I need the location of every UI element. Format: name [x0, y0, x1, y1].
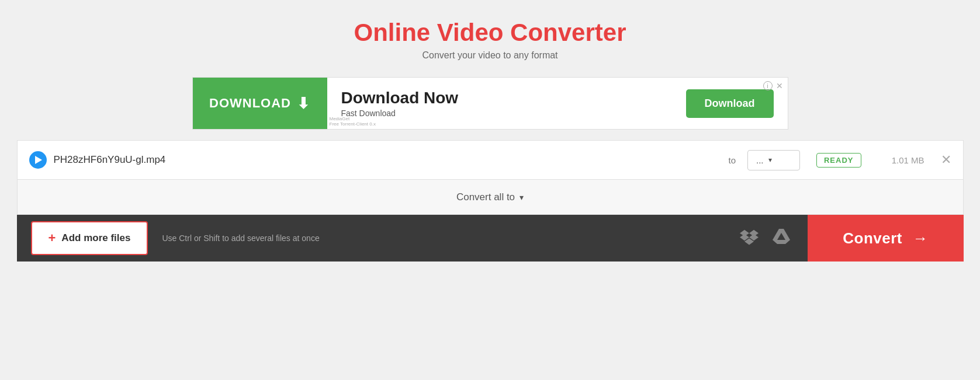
status-badge: READY — [816, 153, 861, 168]
format-value: ... — [756, 155, 764, 165]
arrow-right-icon: → — [913, 229, 929, 247]
convert-all-row: Convert all to ▾ — [17, 180, 964, 215]
ad-info-icon[interactable]: i — [763, 81, 773, 90]
ad-middle: Download Now Fast Download — [327, 89, 672, 118]
remove-file-button[interactable]: ✕ — [941, 152, 951, 168]
to-label: to — [728, 155, 736, 165]
page-title: Online Video Converter — [354, 19, 626, 47]
play-button[interactable] — [29, 151, 47, 169]
convert-button[interactable]: Convert → — [808, 215, 963, 262]
add-files-label: Add more files — [61, 232, 130, 244]
convert-all-button[interactable]: Convert all to ▾ — [456, 191, 524, 203]
cloud-icons — [740, 227, 790, 250]
svg-marker-7 — [773, 240, 790, 244]
ad-banner: DOWNLOAD ⬇ Download Now Fast Download Do… — [192, 77, 788, 130]
ad-download-button[interactable]: Download — [686, 89, 774, 118]
file-row: PH28zHF6nY9uU-gl.mp4 to ... ▾ READY 1.01… — [17, 140, 964, 180]
ad-right: Download — [672, 89, 788, 118]
file-size: 1.01 MB — [878, 155, 924, 165]
ad-download-left: DOWNLOAD ⬇ — [193, 78, 327, 129]
convert-all-label: Convert all to — [456, 191, 515, 203]
add-files-button[interactable]: + Add more files — [31, 221, 148, 255]
chevron-down-icon: ▾ — [768, 156, 772, 164]
ad-download-label: DOWNLOAD — [209, 96, 291, 111]
convert-all-chevron-icon: ▾ — [520, 193, 524, 202]
file-name: PH28zHF6nY9uU-gl.mp4 — [54, 154, 717, 166]
page-header: Online Video Converter Convert your vide… — [354, 0, 626, 68]
play-icon — [35, 156, 42, 164]
svg-marker-6 — [773, 229, 784, 240]
google-drive-icon[interactable] — [773, 228, 790, 249]
convert-label: Convert — [843, 229, 902, 247]
plus-icon: + — [49, 231, 56, 246]
ad-sub-title: Fast Download — [341, 109, 658, 118]
ad-small-text: MediaGetFree Torrent-Client 0.x — [330, 116, 376, 127]
format-dropdown[interactable]: ... ▾ — [747, 150, 800, 170]
main-panel: PH28zHF6nY9uU-gl.mp4 to ... ▾ READY 1.01… — [17, 140, 964, 262]
bottom-bar: + Add more files Use Ctrl or Shift to ad… — [17, 215, 964, 262]
ad-close-icon[interactable]: ✕ — [776, 81, 783, 90]
ad-close-area: i ✕ — [763, 81, 783, 90]
dropbox-icon[interactable] — [740, 227, 759, 250]
ad-download-icon: ⬇ — [297, 95, 310, 113]
page-subtitle: Convert your video to any format — [354, 50, 626, 61]
hint-text: Use Ctrl or Shift to add several files a… — [162, 233, 740, 243]
ad-main-title: Download Now — [341, 89, 658, 107]
